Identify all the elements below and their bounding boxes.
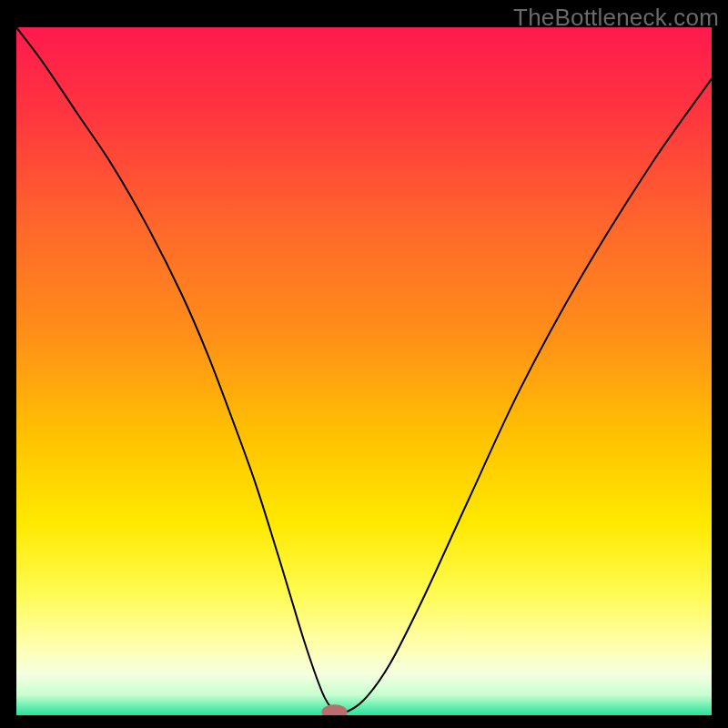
chart-frame: TheBottleneck.com <box>0 0 728 728</box>
gradient-background <box>16 27 712 715</box>
watermark-text: TheBottleneck.com <box>513 4 719 32</box>
chart-svg <box>16 27 712 715</box>
plot-area <box>16 27 712 715</box>
